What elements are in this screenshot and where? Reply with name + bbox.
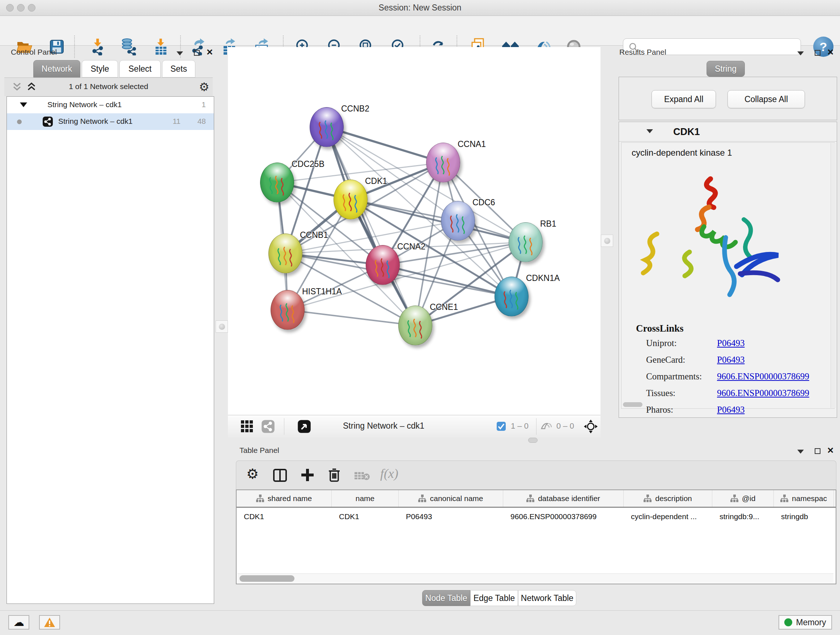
- table-cell[interactable]: stringdb: [774, 508, 834, 525]
- delete-column-icon[interactable]: [328, 467, 340, 483]
- open-in-window-icon[interactable]: [297, 420, 311, 433]
- network-node-ccne1[interactable]: [398, 306, 432, 345]
- column-header--id[interactable]: @id: [712, 490, 774, 507]
- crosslink-link[interactable]: 9606.ENSP00000378699: [717, 371, 809, 382]
- node-label-rb1: RB1: [540, 219, 556, 229]
- network-share-icon[interactable]: [261, 420, 275, 433]
- selected-checkbox-icon[interactable]: [496, 421, 506, 431]
- status-bar: ☁ Memory: [0, 610, 840, 635]
- crosslink-link[interactable]: P06493: [717, 355, 745, 365]
- grid-view-icon[interactable]: [240, 420, 254, 433]
- import-table-icon: [153, 38, 169, 55]
- expand-all-button[interactable]: Expand All: [652, 90, 716, 108]
- table-hscroll-thumb[interactable]: [240, 575, 294, 582]
- control-panel-close-icon[interactable]: ✕: [206, 49, 213, 55]
- results-panel-close-icon[interactable]: ✕: [827, 49, 834, 55]
- control-panel-float-icon[interactable]: [194, 50, 200, 56]
- collapse-all-button[interactable]: Collapse All: [728, 90, 805, 108]
- table-panel-menu-icon[interactable]: [797, 450, 804, 454]
- column-header-description[interactable]: description: [624, 490, 712, 507]
- import-network-file-button[interactable]: [88, 36, 108, 57]
- network-canvas[interactable]: CCNB2CCNA1CDC25BCDK1CDC6RB1CCNB1CCNA2CDK…: [228, 47, 600, 415]
- table-cell[interactable]: CDK1: [237, 508, 332, 525]
- table-panel-close-icon[interactable]: ✕: [827, 448, 834, 453]
- memory-button[interactable]: Memory: [778, 615, 832, 630]
- left-splitter-handle[interactable]: [216, 320, 228, 333]
- birdseye-crosshair-icon[interactable]: [583, 419, 598, 434]
- bottom-splitter-handle[interactable]: [528, 438, 538, 443]
- show-columns-icon[interactable]: [273, 469, 287, 482]
- table-cell[interactable]: CDK1: [332, 508, 399, 525]
- network-node-cdc6[interactable]: [441, 201, 475, 241]
- network-node-cdc25b[interactable]: [260, 163, 294, 203]
- results-panel-float-icon[interactable]: [815, 50, 821, 56]
- tab-edge-table[interactable]: Edge Table: [470, 590, 518, 606]
- collection-expand-icon[interactable]: [20, 103, 27, 107]
- cloud-button[interactable]: ☁: [8, 615, 29, 630]
- results-panel-menu-icon[interactable]: [797, 51, 804, 55]
- network-node-ccnb1[interactable]: [268, 233, 302, 273]
- sitemap-icon: [730, 494, 738, 502]
- network-options-gear-icon[interactable]: ⚙: [199, 80, 210, 94]
- network-collection-row[interactable]: String Network – cdk1 1: [7, 97, 214, 113]
- warnings-button[interactable]: [39, 615, 60, 630]
- window-title: Session: New Session: [0, 3, 840, 13]
- column-header-database-identifier[interactable]: database identifier: [503, 490, 624, 507]
- right-splitter-handle[interactable]: [601, 234, 613, 247]
- hidden-eye-icon[interactable]: [540, 421, 553, 431]
- network-row[interactable]: String Network – cdk1 11 48: [7, 113, 214, 130]
- network-node-cdk1[interactable]: [333, 180, 368, 219]
- crosslink-link[interactable]: 9606.ENSP00000378699: [717, 388, 809, 398]
- network-node-ccna2[interactable]: [366, 245, 400, 285]
- protein-section-header[interactable]: CDK1: [619, 122, 837, 141]
- column-header-shared-name[interactable]: shared name: [237, 490, 332, 507]
- add-column-icon[interactable]: [301, 468, 314, 482]
- crosslink-row: Pharos:P06493: [646, 405, 827, 415]
- import-table-button[interactable]: [150, 36, 171, 57]
- crosslinks-hscroll-thumb[interactable]: [623, 402, 643, 407]
- network-node-ccna1[interactable]: [426, 143, 460, 182]
- tab-node-table[interactable]: Node Table: [422, 590, 470, 606]
- network-node-hist1h1a[interactable]: [271, 290, 305, 330]
- results-vscroll-track[interactable]: [831, 143, 836, 408]
- table-row[interactable]: CDK1CDK1P064939606.ENSP00000378699cyclin…: [237, 508, 836, 525]
- network-node-ccnb2[interactable]: [309, 107, 344, 147]
- column-header-canonical-name[interactable]: canonical name: [399, 490, 503, 507]
- column-header-label: description: [655, 494, 692, 503]
- network-edge-count: 48: [197, 117, 206, 126]
- tab-network[interactable]: Network: [33, 60, 80, 78]
- edge-CCNB2-CCNA1[interactable]: [327, 127, 443, 163]
- column-header-label: namespac: [792, 494, 827, 503]
- table-panel-title: Table Panel: [240, 446, 279, 455]
- table-hscroll-track[interactable]: [237, 573, 834, 583]
- column-header-name[interactable]: name: [332, 490, 399, 507]
- crosslink-row: GeneCard:P06493: [646, 355, 827, 365]
- tab-string[interactable]: String: [706, 61, 745, 77]
- table-cell[interactable]: 9606.ENSP00000378699: [503, 508, 624, 525]
- tab-sets[interactable]: Sets: [162, 60, 195, 78]
- column-header-namespac[interactable]: namespac: [774, 490, 834, 507]
- crosslink-link[interactable]: P06493: [717, 405, 745, 415]
- tab-select[interactable]: Select: [119, 60, 161, 78]
- protein-collapse-icon[interactable]: [646, 129, 653, 133]
- table-panel-float-icon[interactable]: [815, 448, 821, 454]
- node-label-ccnb1: CCNB1: [300, 230, 328, 240]
- table-cell[interactable]: cyclin-dependent ...: [624, 508, 712, 525]
- memory-label: Memory: [796, 618, 826, 627]
- table-cell[interactable]: P06493: [399, 508, 503, 525]
- network-view-title: String Network – cdk1: [343, 421, 424, 431]
- network-node-cdkn1a[interactable]: [494, 277, 529, 317]
- control-panel-menu-icon[interactable]: [177, 51, 183, 55]
- tab-network-table[interactable]: Network Table: [518, 590, 576, 606]
- table-settings-gear-icon[interactable]: ⚙: [246, 466, 259, 482]
- crosslink-label: Tissues:: [646, 388, 717, 398]
- crosslink-link[interactable]: P06493: [717, 338, 745, 348]
- sitemap-icon: [644, 494, 652, 502]
- table-cell[interactable]: stringdb:9...: [712, 508, 774, 525]
- edge-CCNE1-HIST1H1A[interactable]: [287, 310, 415, 325]
- crosslink-row: Compartments:9606.ENSP00000378699: [646, 371, 827, 382]
- network-node-rb1[interactable]: [508, 222, 543, 262]
- import-network-database-button[interactable]: [118, 36, 138, 57]
- protein-name: CDK1: [673, 126, 700, 138]
- tab-style[interactable]: Style: [82, 60, 118, 78]
